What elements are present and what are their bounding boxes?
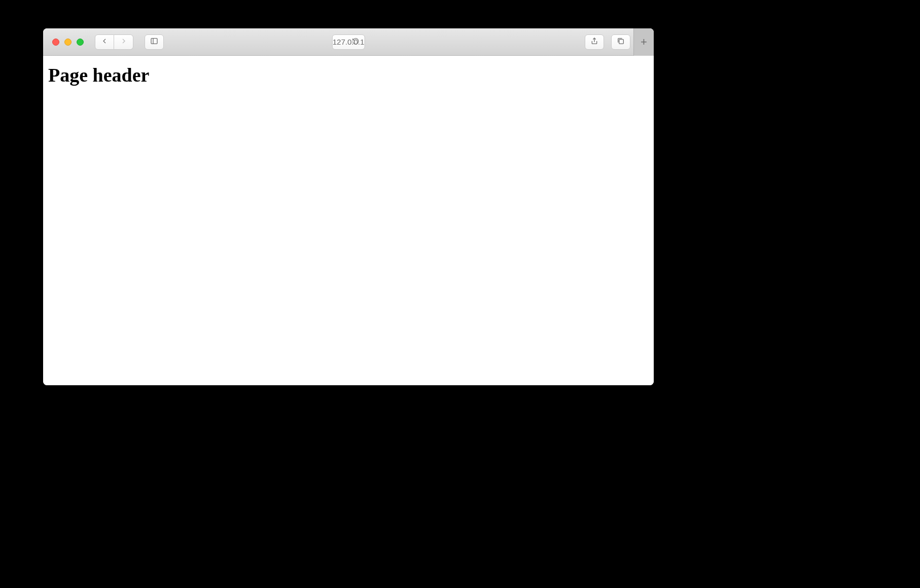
page-content: Page header [43, 56, 654, 385]
forward-button[interactable] [114, 34, 133, 50]
reload-icon [351, 38, 359, 47]
chevron-left-icon [100, 37, 109, 47]
page-title: Page header [48, 64, 649, 86]
back-button[interactable] [95, 34, 114, 50]
tabs-button[interactable] [611, 34, 630, 50]
titlebar: 127.0.0.1 + [43, 28, 654, 56]
window-close-button[interactable] [52, 39, 59, 46]
svg-rect-0 [151, 38, 157, 44]
window-minimize-button[interactable] [64, 39, 72, 46]
sidebar-toggle-button[interactable] [145, 34, 164, 50]
chevron-right-icon [120, 37, 128, 47]
right-toolbar: + [585, 28, 649, 56]
sidebar-icon [150, 37, 158, 47]
svg-rect-2 [619, 39, 624, 44]
new-tab-button[interactable]: + [633, 28, 654, 56]
address-text: 127.0.0.1 [333, 38, 365, 46]
plus-icon: + [641, 35, 647, 49]
address-bar[interactable]: 127.0.0.1 [332, 34, 365, 50]
share-icon [590, 37, 598, 47]
window-controls [52, 39, 84, 46]
browser-window: 127.0.0.1 + Page head [43, 28, 654, 385]
reload-button[interactable] [351, 38, 359, 47]
share-button[interactable] [585, 34, 604, 50]
window-zoom-button[interactable] [77, 39, 84, 46]
nav-buttons [95, 34, 133, 50]
tabs-overview-icon [617, 37, 625, 47]
